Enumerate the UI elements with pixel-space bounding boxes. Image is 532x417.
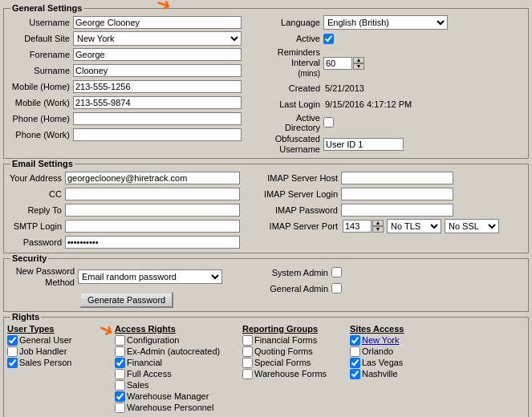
- default-site-label: Default Site: [7, 34, 73, 43]
- last-login-value: 9/15/2016 4:17:12 PM: [323, 99, 412, 109]
- sa-newyork-checkbox[interactable]: [350, 335, 360, 346]
- ssl-select[interactable]: No SSL: [445, 219, 499, 233]
- imap-port-input[interactable]: [343, 220, 372, 233]
- ar-warehouse-manager-checkbox[interactable]: [115, 391, 125, 402]
- imap-login-label: IMAP Server Login: [259, 189, 341, 199]
- phone-work-input[interactable]: [73, 128, 242, 141]
- sa-orlando-checkbox[interactable]: [350, 346, 360, 357]
- forename-label: Forename: [7, 50, 73, 59]
- active-label: Active: [259, 34, 323, 43]
- smtp-login-input[interactable]: [65, 220, 240, 233]
- obfuscated-label: Obfuscated Username: [259, 134, 323, 155]
- imap-host-input[interactable]: [341, 172, 453, 184]
- reminders-down[interactable]: ▼: [353, 63, 364, 70]
- imap-host-label: IMAP Server Host: [259, 173, 341, 183]
- your-address-label: Your Address: [7, 173, 65, 183]
- user-type-salesperson: Sales Person: [7, 358, 112, 368]
- imap-port-up[interactable]: ▲: [372, 220, 384, 226]
- active-checkbox[interactable]: [323, 34, 334, 44]
- mobile-work-input[interactable]: [73, 96, 242, 109]
- reminders-up[interactable]: ▲: [353, 57, 364, 63]
- ar-fullaccess-checkbox[interactable]: [115, 369, 125, 379]
- smtp-login-label: SMTP Login: [7, 221, 65, 231]
- imap-port-down[interactable]: ▼: [372, 226, 384, 233]
- ar-warehouse-personnel-checkbox[interactable]: [115, 403, 125, 413]
- reminders-spinner[interactable]: ▲ ▼: [353, 57, 364, 70]
- sa-lasvegas-label: Las Vegas: [362, 358, 403, 367]
- generate-password-button[interactable]: Generate Password: [79, 292, 173, 308]
- language-label: Language: [259, 18, 323, 27]
- rg-special-checkbox[interactable]: [242, 358, 253, 368]
- rg-quoting-checkbox[interactable]: [242, 346, 253, 357]
- reporting-groups-header: Reporting Groups: [242, 324, 347, 334]
- rg-financial-label: Financial Forms: [254, 335, 317, 345]
- reminders-label: Reminders Interval(mins): [259, 47, 323, 79]
- username-label: Username: [7, 18, 73, 27]
- sa-lasvegas-checkbox[interactable]: [350, 358, 360, 368]
- ar-configuration-label: Configuration: [127, 335, 179, 345]
- obfuscated-input[interactable]: [323, 138, 404, 151]
- phone-work-label: Phone (Work): [7, 130, 73, 140]
- sa-orlando-label: Orlando: [362, 346, 393, 356]
- default-site-select[interactable]: New York: [73, 31, 242, 46]
- new-password-select[interactable]: Email random password: [78, 269, 222, 284]
- language-select[interactable]: English (British): [323, 15, 448, 30]
- ar-configuration-checkbox[interactable]: [115, 335, 125, 346]
- user-type-general-checkbox[interactable]: [7, 335, 18, 346]
- tls-select[interactable]: No TLS: [387, 219, 441, 233]
- reminders-input[interactable]: [323, 57, 352, 70]
- system-admin-label: System Admin: [259, 268, 331, 277]
- your-address-input[interactable]: [65, 172, 240, 184]
- imap-password-input[interactable]: [341, 204, 453, 217]
- mobile-home-label: Mobile (Home): [7, 82, 73, 91]
- rg-special-label: Special Forms: [254, 358, 311, 367]
- reply-to-input[interactable]: [65, 204, 240, 217]
- phone-home-input[interactable]: [73, 112, 242, 125]
- system-admin-checkbox[interactable]: [331, 267, 342, 277]
- surname-input[interactable]: [73, 64, 242, 77]
- imap-port-label: IMAP Server Port: [259, 221, 341, 231]
- ar-exadmin-checkbox[interactable]: [115, 346, 125, 357]
- password-label: Password: [7, 237, 65, 247]
- active-directory-label: Active Directory: [259, 113, 323, 132]
- ar-financial-label: Financial: [127, 358, 162, 367]
- ar-financial-checkbox[interactable]: [115, 358, 125, 368]
- general-admin-checkbox[interactable]: [331, 283, 342, 294]
- rg-warehouse-checkbox[interactable]: [242, 369, 253, 379]
- user-type-salesperson-checkbox[interactable]: [7, 358, 18, 368]
- email-settings-title: Email Settings: [10, 159, 75, 168]
- rights-title: Rights: [10, 312, 41, 322]
- mobile-work-label: Mobile (Work): [7, 98, 73, 107]
- user-type-jobhandler: Job Handler: [7, 346, 112, 357]
- ar-warehouse-personnel-label: Warehouse Personnel: [127, 403, 213, 412]
- general-admin-label: General Admin: [259, 284, 331, 294]
- sa-nashville-checkbox[interactable]: [350, 369, 360, 379]
- username-input[interactable]: [73, 16, 242, 29]
- created-value: 5/21/2013: [323, 83, 364, 93]
- rg-financial-checkbox[interactable]: [242, 335, 253, 346]
- created-label: Created: [259, 83, 323, 93]
- password-input[interactable]: [65, 236, 240, 249]
- sites-access-header: Sites Access: [350, 324, 525, 334]
- cc-input[interactable]: [65, 188, 240, 200]
- rg-warehouse-label: Warehouse Forms: [254, 369, 327, 379]
- mobile-home-input[interactable]: [73, 80, 242, 93]
- user-type-jobhandler-checkbox[interactable]: [7, 346, 18, 357]
- new-password-label: New PasswordMethod: [7, 265, 78, 289]
- ar-warehouse-manager-label: Warehouse Manager: [127, 391, 209, 401]
- sa-nashville-label: Nashville: [362, 369, 398, 379]
- ar-sales-checkbox[interactable]: [115, 380, 125, 391]
- imap-login-input[interactable]: [341, 188, 453, 200]
- ar-sales-label: Sales: [127, 380, 149, 390]
- active-directory-checkbox[interactable]: [323, 117, 334, 128]
- rg-quoting-label: Quoting Forms: [254, 346, 313, 356]
- general-settings-title: General Settings: [10, 3, 83, 13]
- imap-password-label: IMAP Password: [259, 205, 341, 215]
- user-type-salesperson-label: Sales Person: [19, 358, 71, 367]
- reply-to-label: Reply To: [7, 205, 65, 215]
- forename-input[interactable]: [73, 48, 242, 61]
- user-type-jobhandler-label: Job Handler: [19, 346, 67, 356]
- user-type-general-label: General User: [19, 335, 71, 345]
- ar-fullaccess-label: Full Access: [127, 369, 172, 379]
- ar-exadmin-label: Ex-Admin (autocreated): [127, 346, 220, 356]
